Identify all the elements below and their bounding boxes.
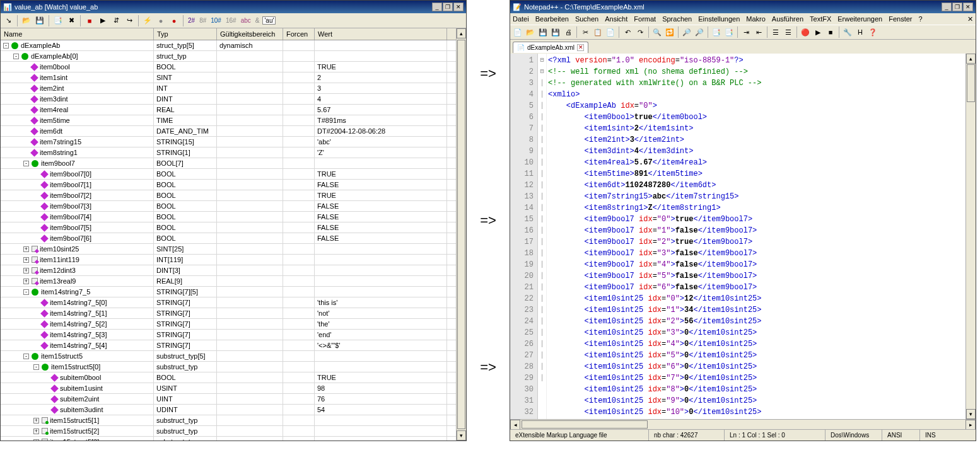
- variable-value[interactable]: 'Z': [315, 147, 447, 158]
- menu-erweiterungen[interactable]: Erweiterungen: [837, 15, 882, 23]
- toolbar-button-icon[interactable]: 🔎: [694, 26, 705, 38]
- toolbar-button-icon[interactable]: 📄: [605, 26, 616, 38]
- editor-scrollbar-horizontal[interactable]: ◂ ▸: [510, 419, 976, 429]
- table-row[interactable]: item9bool7[4]BOOLFALSE: [1, 212, 456, 222]
- menu-einstellungen[interactable]: Einstellungen: [698, 15, 740, 23]
- table-row[interactable]: item9bool7[0]BOOLTRUE: [1, 169, 456, 180]
- minimize-button[interactable]: _: [942, 3, 952, 11]
- table-row[interactable]: +item11int119INT[119]: [1, 255, 456, 265]
- delete-icon[interactable]: ✖: [66, 15, 77, 26]
- table-row[interactable]: -dExampleAbstruct_typ[5]dynamisch: [1, 40, 456, 51]
- menu-makro[interactable]: Makro: [746, 15, 766, 23]
- col-scope-header[interactable]: Gültigkeitsbereich: [217, 28, 283, 40]
- toolbar-button-icon[interactable]: ☰: [783, 26, 794, 38]
- variable-force[interactable]: [283, 126, 315, 136]
- col-wert-header[interactable]: Wert: [315, 28, 447, 40]
- variable-value[interactable]: 4: [315, 94, 447, 104]
- expand-toggle[interactable]: -: [3, 43, 9, 49]
- variable-value[interactable]: [315, 255, 447, 265]
- toolbar-button-icon[interactable]: ■: [825, 26, 836, 38]
- scroll-left-button[interactable]: ◂: [510, 420, 520, 430]
- expand-toggle[interactable]: +: [33, 418, 39, 423]
- table-row[interactable]: item7string15STRING[15]'abc': [1, 137, 456, 147]
- step-out-icon[interactable]: ↪: [124, 15, 135, 26]
- code-line[interactable]: <item2int>3</item2int>: [548, 134, 964, 146]
- menu-textfx[interactable]: TextFX: [810, 15, 831, 23]
- table-row[interactable]: subitem3udintUDINT54: [1, 405, 456, 415]
- menu-fenster[interactable]: Fenster: [889, 15, 912, 23]
- table-row[interactable]: +item15struct5[3]substruct_typ: [1, 437, 456, 441]
- code-line[interactable]: <item9bool7 idx="4">false</item9bool7>: [548, 259, 964, 270]
- variable-value[interactable]: TRUE: [315, 62, 447, 72]
- arrow-icon[interactable]: ↘: [3, 15, 14, 26]
- variable-force[interactable]: [283, 405, 315, 415]
- variable-force[interactable]: [283, 40, 315, 50]
- variable-value[interactable]: [315, 244, 447, 254]
- menu-ausfuehren[interactable]: Ausführen: [772, 15, 803, 23]
- radix-amp-button[interactable]: &: [254, 17, 261, 24]
- variable-force[interactable]: [283, 372, 315, 383]
- code-line[interactable]: <?xml version="1.0" encoding="iso-8859-1…: [548, 55, 964, 66]
- npp-title-bar[interactable]: 📝 Notepad++ - C:\Temp\dExampleAb.xml _ ❐…: [510, 1, 976, 13]
- variable-value[interactable]: [315, 426, 447, 436]
- variable-force[interactable]: [283, 51, 315, 61]
- table-row[interactable]: -dExampleAb[0]struct_typ: [1, 51, 456, 62]
- variable-value[interactable]: 2: [315, 72, 447, 83]
- variable-force[interactable]: [283, 426, 315, 436]
- scroll-thumb[interactable]: [967, 64, 975, 102]
- copy-icon[interactable]: 📑: [52, 15, 64, 26]
- code-line[interactable]: <item10sint25 idx="7">0</item10sint25>: [548, 372, 964, 384]
- table-row[interactable]: +item12dint3DINT[3]: [1, 265, 456, 276]
- table-row[interactable]: subitem1usintUSINT98: [1, 383, 456, 394]
- scroll-thumb-h[interactable]: [522, 420, 648, 429]
- toolbar-button-icon[interactable]: H: [855, 26, 866, 38]
- expand-toggle[interactable]: -: [33, 364, 39, 370]
- code-line[interactable]: <dExampleAb idx="0">: [548, 100, 964, 112]
- table-row[interactable]: -item15struct5[0]substruct_typ: [1, 362, 456, 372]
- variable-force[interactable]: [283, 297, 315, 308]
- variable-value[interactable]: 'end': [315, 330, 447, 340]
- force-icon[interactable]: ⚡: [142, 15, 153, 26]
- toolbar-button-icon[interactable]: ❓: [867, 26, 878, 38]
- table-row[interactable]: item6dtDATE_AND_TIMDT#2004-12-08-06:28: [1, 126, 456, 137]
- code-line[interactable]: <item9bool7 idx="1">false</item9bool7>: [548, 225, 964, 236]
- expand-toggle[interactable]: +: [33, 439, 39, 441]
- variable-force[interactable]: [283, 158, 315, 168]
- code-line[interactable]: <item10sint25 idx="6">0</item10sint25>: [548, 361, 964, 372]
- variable-force[interactable]: [283, 415, 315, 425]
- table-row[interactable]: subitem0boolBOOLTRUE: [1, 372, 456, 383]
- scroll-up-button[interactable]: ▴: [457, 28, 466, 38]
- table-row[interactable]: +item15struct5[2]substruct_typ: [1, 426, 456, 437]
- code-line[interactable]: <item9bool7 idx="2">true</item9bool7>: [548, 236, 964, 248]
- radix-au-button[interactable]: 'au': [262, 16, 276, 25]
- variable-value[interactable]: 54: [315, 405, 447, 415]
- variable-force[interactable]: [283, 180, 315, 190]
- code-line[interactable]: <item10sint25 idx="3">0</item10sint25>: [548, 327, 964, 338]
- code-line[interactable]: <item9bool7 idx="5">false</item9bool7>: [548, 270, 964, 282]
- watch-scrollbar-vertical[interactable]: ▴ ▾: [456, 28, 466, 441]
- expand-toggle[interactable]: -: [23, 161, 29, 166]
- variable-force[interactable]: [283, 222, 315, 233]
- variable-value[interactable]: 76: [315, 394, 447, 404]
- col-force-header[interactable]: Forcen: [283, 28, 315, 40]
- variable-force[interactable]: [283, 265, 315, 275]
- toolbar-button-icon[interactable]: ↷: [634, 26, 646, 38]
- code-line[interactable]: <item1sint>2</item1sint>: [548, 123, 964, 134]
- table-row[interactable]: item9bool7[5]BOOLFALSE: [1, 222, 456, 233]
- variable-value[interactable]: [315, 40, 447, 50]
- table-row[interactable]: item14string7_5[2]STRING[7]'the': [1, 319, 456, 330]
- code-line[interactable]: <xmlio>: [548, 89, 964, 100]
- table-row[interactable]: item9bool7[6]BOOLFALSE: [1, 233, 456, 244]
- scroll-down-button[interactable]: ▾: [966, 409, 976, 419]
- variable-value[interactable]: [315, 276, 447, 286]
- menu-suchen[interactable]: Suchen: [575, 15, 598, 23]
- menu-bearbeiten[interactable]: Bearbeiten: [535, 15, 569, 23]
- radix-2-button[interactable]: 2#: [187, 17, 196, 24]
- code-line[interactable]: <item10sint25 idx="5">0</item10sint25>: [548, 350, 964, 361]
- menu-sprachen[interactable]: Sprachen: [662, 15, 692, 23]
- menu-format[interactable]: Format: [634, 15, 656, 23]
- toolbar-button-icon[interactable]: ⇥: [740, 26, 752, 38]
- expand-toggle[interactable]: -: [23, 354, 29, 359]
- variable-value[interactable]: 3: [315, 83, 447, 93]
- variable-force[interactable]: [283, 287, 315, 297]
